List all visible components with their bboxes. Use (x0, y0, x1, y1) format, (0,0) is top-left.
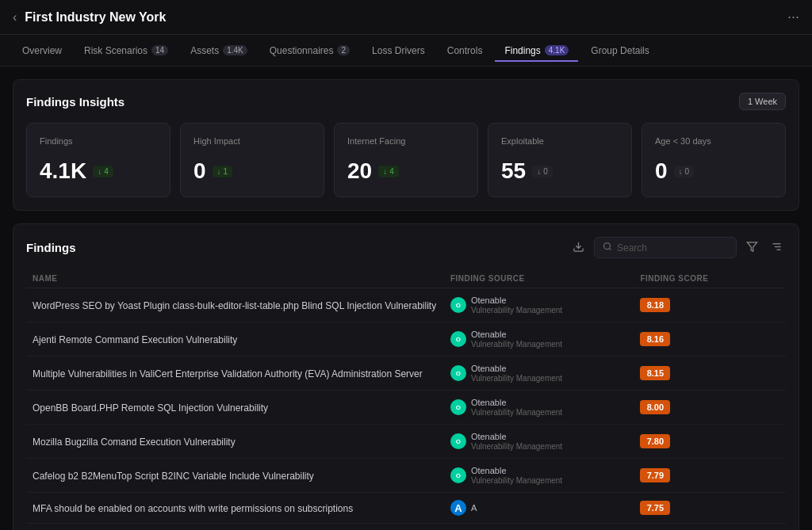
source-cell-4: OOtenableVulnerability Management (450, 432, 628, 451)
delta-value-1: 1 (224, 167, 228, 176)
finding-name-3: OpenBB Board.PHP Remote SQL Injection Vu… (33, 402, 268, 414)
delta-arrow-3: ↓ (537, 167, 541, 176)
week-filter-button[interactable]: 1 Week (739, 93, 786, 110)
tab-badge-questionnaires: 2 (337, 45, 350, 55)
page-title: First Industry New York (25, 10, 166, 25)
finding-name-5: Cafelog b2 B2MenuTop Script B2INC Variab… (33, 471, 314, 482)
source-cell-3: OOtenableVulnerability Management (450, 398, 628, 417)
source-logo-4: O (450, 433, 466, 449)
source-cell-2: OOtenableVulnerability Management (450, 364, 628, 383)
findings-header: Findings (26, 237, 786, 258)
metric-value-row-0: 4.1K↓4 (40, 158, 157, 184)
tab-overview[interactable]: Overview (13, 40, 71, 61)
metric-value-1: 0 (193, 158, 206, 184)
tab-label-risk-scenarios: Risk Scenarios (84, 45, 147, 56)
source-name-3: Otenable (471, 398, 562, 407)
metric-label-4: Age < 30 days (655, 136, 772, 146)
delta-value-2: 4 (389, 167, 394, 176)
score-badge-0: 8.18 (640, 298, 670, 312)
tab-badge-assets: 1.4K (223, 45, 247, 55)
more-options-icon[interactable]: ··· (787, 9, 799, 25)
score-badge-6: 7.75 (640, 501, 670, 515)
finding-name-2: Multiple Vulnerabilities in ValiCert Ent… (33, 368, 423, 379)
source-cell-6: AA (450, 500, 628, 516)
table-row[interactable]: MFA should be enabled on accounts with w… (26, 493, 786, 524)
tab-controls[interactable]: Controls (438, 40, 492, 61)
score-badge-5: 7.79 (640, 468, 670, 482)
metric-value-0: 4.1K (40, 158, 86, 184)
insights-header: Findings Insights 1 Week (26, 93, 786, 110)
table-row[interactable]: Ajenti Remote Command Execution Vulnerab… (26, 322, 786, 357)
table-row[interactable]: Cafelog b2 B2MenuTop Script B2INC Variab… (26, 459, 786, 493)
metric-card-0: Findings4.1K↓4 (26, 123, 170, 197)
metric-label-3: Exploitable (501, 136, 619, 146)
findings-title: Findings (26, 241, 76, 254)
metric-delta-3: ↓0 (532, 166, 553, 177)
export-button[interactable] (569, 238, 588, 258)
table-row[interactable]: Mozilla Bugzilla Comand Execution Vulner… (26, 425, 786, 459)
tab-findings[interactable]: Findings4.1K (495, 40, 578, 61)
source-logo-0: O (450, 297, 466, 313)
findings-table: NAME FINDING SOURCE FINDING SCORE WordPr… (26, 269, 786, 530)
tab-label-group-details: Group Details (591, 45, 649, 56)
metric-delta-2: ↓4 (378, 166, 399, 177)
delta-arrow-0: ↓ (98, 167, 102, 176)
insights-card: Findings Insights 1 Week Findings4.1K↓4H… (13, 79, 799, 211)
metric-card-2: Internet Facing20↓4 (334, 123, 478, 197)
source-logo-5: O (450, 467, 466, 483)
tab-label-overview: Overview (22, 45, 62, 56)
metrics-grid: Findings4.1K↓4High Impact0↓1Internet Fac… (26, 123, 786, 197)
source-logo-1: O (450, 331, 466, 347)
findings-section: Findings (13, 223, 799, 530)
metric-value-row-1: 0↓1 (193, 158, 311, 184)
back-icon[interactable]: ‹ (13, 10, 17, 25)
source-sub-2: Vulnerability Management (471, 374, 562, 383)
settings-button[interactable] (768, 238, 786, 258)
metric-card-3: Exploitable55↓0 (488, 123, 632, 197)
source-cell-5: OOtenableVulnerability Management (450, 466, 628, 485)
delta-value-3: 0 (543, 167, 548, 176)
metric-card-1: High Impact0↓1 (180, 123, 324, 197)
tab-assets[interactable]: Assets1.4K (181, 40, 257, 61)
col-header-name: NAME (26, 269, 444, 288)
delta-value-4: 0 (685, 167, 690, 176)
source-sub-1: Vulnerability Management (471, 340, 562, 349)
header: ‹ First Industry New York ··· (0, 0, 812, 35)
search-icon (603, 242, 612, 254)
finding-name-0: WordPress SEO by Yoast Plugin class-bulk… (33, 300, 436, 311)
table-row[interactable]: OpenBB Board.PHP Remote SQL Injection Vu… (26, 391, 786, 425)
metric-value-4: 0 (655, 158, 668, 184)
tab-loss-drivers[interactable]: Loss Drivers (362, 40, 435, 61)
search-input[interactable] (617, 242, 728, 254)
source-name-2: Otenable (471, 364, 562, 373)
finding-name-1: Ajenti Remote Command Execution Vulnerab… (33, 334, 237, 345)
table-row[interactable]: Multiple Vulnerabilities in ValiCert Ent… (26, 357, 786, 391)
table-row[interactable]: WordPress SEO by Yoast Plugin class-bulk… (26, 288, 786, 322)
tab-group-details[interactable]: Group Details (581, 40, 658, 61)
svg-line-2 (609, 248, 611, 250)
filter-button[interactable] (743, 238, 761, 258)
metric-delta-1: ↓1 (213, 166, 233, 177)
delta-arrow-1: ↓ (217, 167, 221, 176)
tab-badge-risk-scenarios: 14 (151, 45, 168, 55)
tab-risk-scenarios[interactable]: Risk Scenarios14 (75, 40, 178, 61)
score-badge-1: 8.16 (640, 332, 670, 346)
source-cell-0: OOtenableVulnerability Management (450, 296, 628, 315)
tab-label-questionnaires: Questionnaires (270, 45, 334, 56)
header-left: ‹ First Industry New York (13, 10, 166, 25)
source-logo-6: A (450, 500, 466, 516)
source-logo-2: O (450, 365, 466, 381)
source-name-0: Otenable (471, 296, 562, 305)
svg-point-1 (604, 243, 611, 250)
source-sub-3: Vulnerability Management (471, 408, 562, 417)
source-name-1: Otenable (471, 330, 562, 339)
table-row[interactable]: Microsoft Indexing Services .htw Cross S… (26, 524, 786, 531)
metric-value-row-4: 0↓0 (655, 158, 772, 184)
metric-value-2: 20 (347, 158, 372, 184)
score-badge-4: 7.80 (640, 434, 670, 448)
finding-name-4: Mozilla Bugzilla Comand Execution Vulner… (33, 437, 236, 448)
tab-label-findings: Findings (504, 45, 540, 56)
tab-questionnaires[interactable]: Questionnaires2 (260, 40, 359, 61)
metric-label-2: Internet Facing (347, 136, 465, 146)
metric-value-row-2: 20↓4 (347, 158, 465, 184)
